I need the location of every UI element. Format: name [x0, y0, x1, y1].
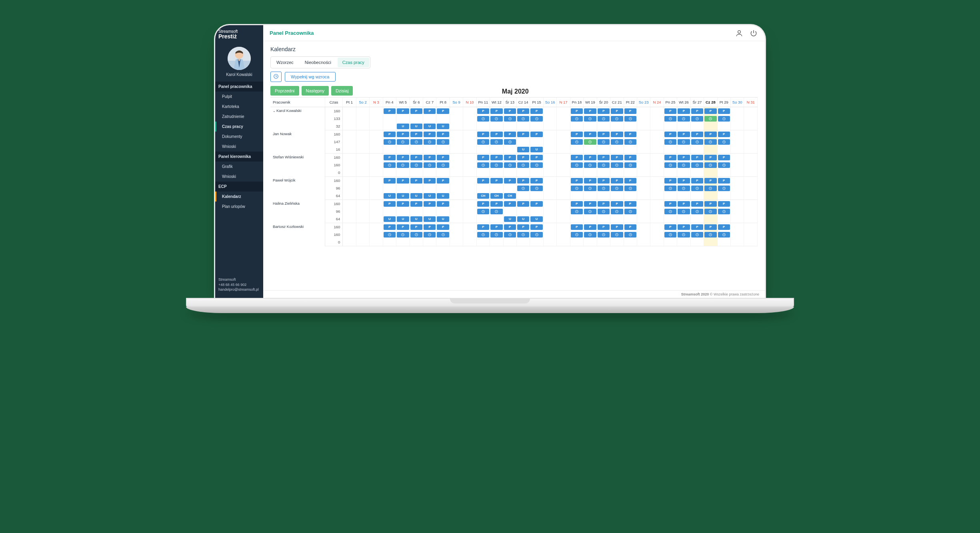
employee-name[interactable]: Stefan Wiśniewski: [270, 154, 325, 177]
day-cell[interactable]: [624, 238, 637, 246]
day-cell[interactable]: [704, 138, 717, 146]
day-cell[interactable]: [650, 208, 664, 215]
day-cell[interactable]: [570, 122, 583, 130]
day-cell[interactable]: [517, 192, 530, 200]
day-cell[interactable]: [557, 107, 570, 115]
day-cell[interactable]: [637, 115, 650, 122]
day-cell[interactable]: [650, 161, 664, 169]
day-cell[interactable]: [517, 138, 530, 146]
day-cell[interactable]: [690, 215, 704, 223]
day-cell[interactable]: [343, 154, 356, 162]
day-header[interactable]: So 23: [637, 98, 650, 107]
day-cell[interactable]: [396, 231, 410, 238]
day-cell[interactable]: [436, 138, 450, 146]
day-cell[interactable]: P: [410, 223, 423, 231]
day-header[interactable]: So 30: [731, 98, 744, 107]
day-cell[interactable]: [370, 169, 383, 177]
day-cell[interactable]: P: [383, 130, 396, 138]
day-header[interactable]: Pt 29: [717, 98, 730, 107]
day-cell[interactable]: [717, 161, 730, 169]
day-cell[interactable]: [637, 177, 650, 185]
day-cell[interactable]: [624, 192, 637, 200]
day-cell[interactable]: [597, 192, 610, 200]
day-cell[interactable]: P: [476, 223, 490, 231]
day-cell[interactable]: [704, 146, 717, 154]
day-cell[interactable]: [584, 208, 597, 215]
day-cell[interactable]: [637, 107, 650, 115]
day-cell[interactable]: [396, 184, 410, 192]
day-cell[interactable]: [557, 146, 570, 154]
day-cell[interactable]: U: [503, 215, 516, 223]
day-cell[interactable]: [343, 231, 356, 238]
day-cell[interactable]: P: [690, 177, 704, 185]
day-header[interactable]: Cz 7: [423, 98, 436, 107]
day-cell[interactable]: [570, 169, 583, 177]
day-cell[interactable]: [356, 215, 369, 223]
day-cell[interactable]: P: [664, 107, 677, 115]
day-cell[interactable]: [476, 138, 490, 146]
day-cell[interactable]: P: [423, 130, 436, 138]
day-cell[interactable]: [530, 192, 543, 200]
day-cell[interactable]: [356, 161, 369, 169]
day-cell[interactable]: [356, 107, 369, 115]
day-cell[interactable]: [517, 184, 530, 192]
day-cell[interactable]: [717, 169, 730, 177]
day-cell[interactable]: [370, 192, 383, 200]
day-cell[interactable]: P: [584, 223, 597, 231]
day-cell[interactable]: [530, 184, 543, 192]
day-cell[interactable]: [744, 146, 758, 154]
day-cell[interactable]: P: [704, 223, 717, 231]
day-cell[interactable]: [731, 169, 744, 177]
day-cell[interactable]: [650, 231, 664, 238]
day-cell[interactable]: [423, 208, 436, 215]
day-cell[interactable]: P: [717, 154, 730, 162]
day-cell[interactable]: P: [503, 130, 516, 138]
day-cell[interactable]: [490, 146, 503, 154]
day-cell[interactable]: P: [704, 200, 717, 208]
day-cell[interactable]: [517, 208, 530, 215]
day-cell[interactable]: [436, 115, 450, 122]
day-header[interactable]: Pn 11: [476, 98, 490, 107]
day-cell[interactable]: [370, 231, 383, 238]
day-cell[interactable]: [731, 184, 744, 192]
day-cell[interactable]: P: [490, 130, 503, 138]
day-cell[interactable]: P: [490, 200, 503, 208]
day-cell[interactable]: P: [570, 154, 583, 162]
day-cell[interactable]: [503, 122, 516, 130]
day-cell[interactable]: [704, 115, 717, 122]
day-cell[interactable]: [490, 208, 503, 215]
day-cell[interactable]: P: [690, 223, 704, 231]
day-cell[interactable]: [463, 161, 476, 169]
day-cell[interactable]: [704, 208, 717, 215]
day-header[interactable]: Wt 5: [396, 98, 410, 107]
day-cell[interactable]: P: [584, 177, 597, 185]
day-cell[interactable]: P: [517, 223, 530, 231]
day-cell[interactable]: [731, 146, 744, 154]
day-cell[interactable]: P: [584, 200, 597, 208]
day-cell[interactable]: P: [517, 107, 530, 115]
day-header[interactable]: Śr 13: [503, 98, 516, 107]
day-cell[interactable]: [624, 161, 637, 169]
day-cell[interactable]: [343, 208, 356, 215]
day-cell[interactable]: [584, 122, 597, 130]
day-cell[interactable]: [557, 138, 570, 146]
day-cell[interactable]: [664, 115, 677, 122]
day-cell[interactable]: [503, 231, 516, 238]
day-cell[interactable]: [463, 146, 476, 154]
day-cell[interactable]: [490, 215, 503, 223]
day-cell[interactable]: [677, 169, 690, 177]
day-cell[interactable]: [410, 161, 423, 169]
day-cell[interactable]: [543, 130, 556, 138]
day-cell[interactable]: CH: [476, 192, 490, 200]
day-cell[interactable]: [410, 231, 423, 238]
chevron-down-icon[interactable]: ⌄: [273, 109, 276, 113]
day-header[interactable]: Cz 28: [704, 98, 717, 107]
day-cell[interactable]: P: [517, 200, 530, 208]
day-cell[interactable]: [356, 223, 369, 231]
day-cell[interactable]: [557, 161, 570, 169]
day-cell[interactable]: [731, 115, 744, 122]
day-cell[interactable]: [744, 231, 758, 238]
day-cell[interactable]: [543, 169, 556, 177]
day-header[interactable]: So 9: [450, 98, 463, 107]
day-cell[interactable]: [731, 138, 744, 146]
